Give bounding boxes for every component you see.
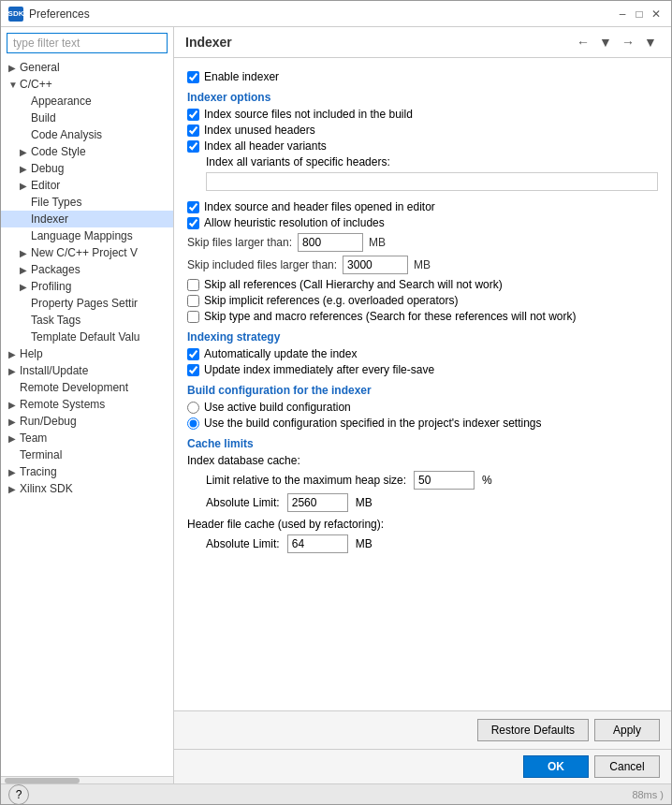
cancel-button[interactable]: Cancel <box>594 755 660 778</box>
index-all-variants-input[interactable] <box>206 172 658 191</box>
sidebar-item-team[interactable]: ▶ Team <box>1 430 173 446</box>
ok-button[interactable]: OK <box>523 755 589 778</box>
sidebar-item-general[interactable]: ▶ General <box>1 59 173 76</box>
enable-indexer-checkbox[interactable] <box>187 71 199 83</box>
absolute-limit-unit: MB <box>356 496 373 509</box>
sidebar-item-language-mappings[interactable]: Language Mappings <box>1 227 173 244</box>
status-right-text: 88ms ) <box>632 789 664 800</box>
skip-files-larger-input[interactable] <box>298 233 363 252</box>
sidebar-item-task-tags[interactable]: Task Tags <box>1 312 173 329</box>
sidebar-item-new-cpp-project[interactable]: ▶ New C/C++ Project V <box>1 244 173 261</box>
limit-relative-input[interactable] <box>414 471 475 490</box>
nav-dropdown2-button[interactable]: ▼ <box>641 33 660 51</box>
update-immediately-checkbox[interactable] <box>187 364 199 376</box>
expand-arrow: ▶ <box>20 164 31 174</box>
skip-all-references-checkbox[interactable] <box>187 279 199 291</box>
sidebar-item-template-default[interactable]: Template Default Valu <box>1 329 173 345</box>
sidebar-item-build[interactable]: Build <box>1 110 173 126</box>
nav-dropdown-button[interactable]: ▼ <box>596 33 615 51</box>
sidebar-item-remote-development[interactable]: Remote Development <box>1 379 173 396</box>
sidebar-label: Help <box>20 347 169 360</box>
sidebar-label: Task Tags <box>31 314 169 327</box>
sidebar-label: Tracing <box>20 465 169 478</box>
scrollbar-thumb[interactable] <box>5 778 80 783</box>
expand-arrow: ▶ <box>8 400 20 410</box>
use-active-label: Use active build configuration <box>204 401 351 414</box>
sidebar-item-tracing[interactable]: ▶ Tracing <box>1 463 173 480</box>
help-button[interactable]: ? <box>8 784 29 805</box>
sidebar-item-run-debug[interactable]: ▶ Run/Debug <box>1 413 173 430</box>
sidebar-item-install-update[interactable]: ▶ Install/Update <box>1 362 173 379</box>
sidebar-item-xilinx-sdk[interactable]: ▶ Xilinx SDK <box>1 480 173 497</box>
close-button[interactable]: ✕ <box>649 7 664 22</box>
sidebar-item-profiling[interactable]: ▶ Profiling <box>1 278 173 295</box>
header-abs-input[interactable] <box>287 534 348 553</box>
sidebar-item-code-style[interactable]: ▶ Code Style <box>1 143 173 160</box>
skip-type-macro-row: Skip type and macro references (Search f… <box>187 310 658 323</box>
use-active-row: Use active build configuration <box>187 401 658 414</box>
sidebar-item-debug[interactable]: ▶ Debug <box>1 160 173 177</box>
use-active-radio[interactable] <box>187 402 199 414</box>
content-area: ▶ General ▼ C/C++ Appearance Build <box>1 27 671 783</box>
index-source-files-checkbox[interactable] <box>187 109 199 121</box>
expand-arrow: ▶ <box>20 282 31 292</box>
sidebar-item-property-pages[interactable]: Property Pages Settir <box>1 295 173 312</box>
sidebar-item-code-analysis[interactable]: Code Analysis <box>1 126 173 143</box>
expand-arrow: ▶ <box>8 484 20 494</box>
sidebar: ▶ General ▼ C/C++ Appearance Build <box>1 27 174 783</box>
sidebar-label: Profiling <box>31 280 169 293</box>
index-source-files-row: Index source files not included in the b… <box>187 108 658 121</box>
sidebar-item-editor[interactable]: ▶ Editor <box>1 177 173 194</box>
sidebar-label: Code Style <box>31 145 169 158</box>
header-abs-unit: MB <box>356 537 373 550</box>
limit-relative-row: Limit relative to the maximum heap size:… <box>206 471 658 490</box>
maximize-button[interactable]: □ <box>632 7 647 22</box>
sidebar-item-remote-systems[interactable]: ▶ Remote Systems <box>1 396 173 413</box>
sidebar-item-packages[interactable]: ▶ Packages <box>1 261 173 278</box>
back-button[interactable]: ← <box>574 33 592 51</box>
expand-arrow: ▶ <box>8 467 20 477</box>
sidebar-item-help[interactable]: ▶ Help <box>1 345 173 362</box>
sidebar-item-file-types[interactable]: File Types <box>1 194 173 211</box>
absolute-limit-label: Absolute Limit: <box>206 496 280 509</box>
cache-limits-title: Cache limits <box>187 437 658 450</box>
index-unused-headers-checkbox[interactable] <box>187 124 199 137</box>
sidebar-item-appearance[interactable]: Appearance <box>1 93 173 110</box>
skip-implicit-references-checkbox[interactable] <box>187 295 199 307</box>
allow-heuristic-checkbox[interactable] <box>187 217 199 229</box>
index-unused-headers-row: Index unused headers <box>187 124 658 137</box>
auto-update-checkbox[interactable] <box>187 348 199 360</box>
sidebar-item-indexer[interactable]: Indexer <box>1 211 173 227</box>
window-title: Preferences <box>29 7 90 21</box>
skip-implicit-references-label: Skip implicit references (e.g. overloade… <box>204 294 458 307</box>
index-source-header-editor-checkbox[interactable] <box>187 201 199 213</box>
status-bar: ? 88ms ) <box>1 783 671 804</box>
sidebar-item-terminal[interactable]: Terminal <box>1 446 173 463</box>
restore-defaults-button[interactable]: Restore Defaults <box>477 719 589 741</box>
forward-button[interactable]: → <box>619 33 637 51</box>
title-bar-left: SDK Preferences <box>8 7 90 22</box>
apply-button[interactable]: Apply <box>594 719 660 741</box>
enable-indexer-row: Enable indexer <box>187 70 658 83</box>
sidebar-item-cpp[interactable]: ▼ C/C++ <box>1 76 173 93</box>
absolute-limit-input[interactable] <box>287 493 348 512</box>
search-input[interactable] <box>7 33 168 53</box>
skip-files-unit: MB <box>369 236 386 249</box>
sidebar-label: Editor <box>31 179 169 192</box>
sidebar-label: Run/Debug <box>20 415 169 428</box>
build-config-title: Build configuration for the indexer <box>187 384 658 397</box>
expand-arrow: ▶ <box>20 147 31 157</box>
sidebar-label: Xilinx SDK <box>20 482 169 495</box>
update-immediately-label: Update index immediately after every fil… <box>204 363 434 376</box>
skip-included-larger-input[interactable] <box>343 256 408 274</box>
sidebar-scrollbar[interactable] <box>1 776 173 783</box>
panel-header: Indexer ← ▼ → ▼ <box>174 27 671 58</box>
allow-heuristic-row: Allow heuristic resolution of includes <box>187 216 658 229</box>
skip-type-macro-checkbox[interactable] <box>187 311 199 323</box>
expand-arrow: ▶ <box>20 265 31 275</box>
minimize-button[interactable]: – <box>615 7 630 22</box>
auto-update-row: Automatically update the index <box>187 347 658 360</box>
index-all-header-variants-checkbox[interactable] <box>187 140 199 153</box>
skip-files-larger-row: Skip files larger than: MB <box>187 233 658 252</box>
use-project-radio[interactable] <box>187 417 199 430</box>
